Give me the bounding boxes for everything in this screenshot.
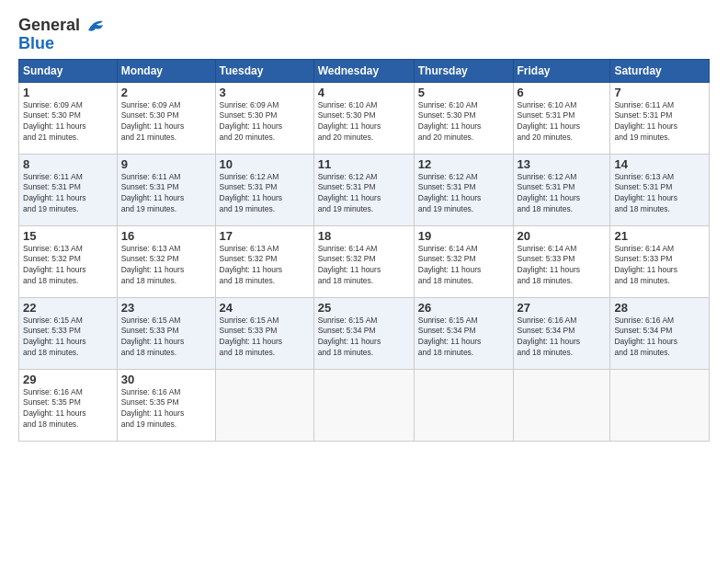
calendar-cell: 25Sunrise: 6:15 AM Sunset: 5:34 PM Dayli… [313, 297, 414, 369]
day-number: 14 [614, 157, 705, 171]
calendar-cell: 10Sunrise: 6:12 AM Sunset: 5:31 PM Dayli… [215, 154, 313, 225]
day-number: 20 [518, 229, 607, 243]
calendar-cell: 11Sunrise: 6:12 AM Sunset: 5:31 PM Dayli… [313, 154, 414, 225]
day-info: Sunrise: 6:09 AM Sunset: 5:30 PM Dayligh… [220, 100, 310, 144]
page-header: General Blue [18, 17, 710, 53]
day-info: Sunrise: 6:14 AM Sunset: 5:32 PM Dayligh… [418, 244, 509, 288]
day-info: Sunrise: 6:13 AM Sunset: 5:32 PM Dayligh… [121, 244, 211, 288]
day-number: 15 [23, 229, 113, 243]
day-info: Sunrise: 6:15 AM Sunset: 5:34 PM Dayligh… [318, 316, 410, 360]
calendar-cell: 13Sunrise: 6:12 AM Sunset: 5:31 PM Dayli… [513, 154, 610, 225]
calendar-week-row: 29Sunrise: 6:16 AM Sunset: 5:35 PM Dayli… [19, 369, 710, 441]
calendar-table: SundayMondayTuesdayWednesdayThursdayFrid… [18, 59, 710, 442]
day-info: Sunrise: 6:16 AM Sunset: 5:35 PM Dayligh… [23, 387, 113, 431]
day-info: Sunrise: 6:14 AM Sunset: 5:33 PM Dayligh… [518, 244, 607, 288]
calendar-cell: 2Sunrise: 6:09 AM Sunset: 5:30 PM Daylig… [117, 82, 215, 154]
day-number: 5 [418, 86, 509, 99]
day-info: Sunrise: 6:12 AM Sunset: 5:31 PM Dayligh… [220, 172, 310, 216]
logo-blue: Blue [18, 35, 107, 53]
calendar-cell: 19Sunrise: 6:14 AM Sunset: 5:32 PM Dayli… [414, 225, 513, 297]
day-info: Sunrise: 6:15 AM Sunset: 5:33 PM Dayligh… [23, 316, 113, 360]
day-number: 9 [121, 157, 211, 171]
calendar-week-row: 1Sunrise: 6:09 AM Sunset: 5:30 PM Daylig… [19, 82, 710, 154]
calendar-cell: 20Sunrise: 6:14 AM Sunset: 5:33 PM Dayli… [513, 225, 610, 297]
calendar-weekday-monday: Monday [117, 59, 215, 82]
calendar-cell: 12Sunrise: 6:12 AM Sunset: 5:31 PM Dayli… [414, 154, 513, 225]
calendar-cell: 30Sunrise: 6:16 AM Sunset: 5:35 PM Dayli… [117, 369, 215, 441]
calendar-weekday-wednesday: Wednesday [313, 59, 414, 82]
calendar-cell: 27Sunrise: 6:16 AM Sunset: 5:34 PM Dayli… [513, 297, 610, 369]
calendar-cell: 17Sunrise: 6:13 AM Sunset: 5:32 PM Dayli… [215, 225, 313, 297]
day-number: 28 [614, 301, 705, 315]
day-number: 29 [23, 373, 113, 386]
day-info: Sunrise: 6:13 AM Sunset: 5:32 PM Dayligh… [220, 244, 310, 288]
calendar-week-row: 22Sunrise: 6:15 AM Sunset: 5:33 PM Dayli… [19, 297, 710, 369]
day-number: 17 [220, 229, 310, 243]
calendar-cell: 14Sunrise: 6:13 AM Sunset: 5:31 PM Dayli… [610, 154, 710, 225]
day-info: Sunrise: 6:14 AM Sunset: 5:32 PM Dayligh… [318, 244, 410, 288]
calendar-cell: 1Sunrise: 6:09 AM Sunset: 5:30 PM Daylig… [19, 82, 118, 154]
day-number: 19 [418, 229, 509, 243]
calendar-cell [610, 369, 710, 441]
day-number: 30 [121, 373, 211, 386]
calendar-cell: 26Sunrise: 6:15 AM Sunset: 5:34 PM Dayli… [414, 297, 513, 369]
day-number: 18 [318, 229, 410, 243]
calendar-body: 1Sunrise: 6:09 AM Sunset: 5:30 PM Daylig… [19, 82, 710, 441]
day-info: Sunrise: 6:15 AM Sunset: 5:34 PM Dayligh… [418, 316, 509, 360]
day-info: Sunrise: 6:16 AM Sunset: 5:34 PM Dayligh… [614, 316, 705, 360]
calendar-cell: 8Sunrise: 6:11 AM Sunset: 5:31 PM Daylig… [19, 154, 118, 225]
day-info: Sunrise: 6:16 AM Sunset: 5:35 PM Dayligh… [121, 387, 211, 431]
calendar-cell: 4Sunrise: 6:10 AM Sunset: 5:30 PM Daylig… [313, 82, 414, 154]
calendar-weekday-sunday: Sunday [19, 59, 118, 82]
calendar-header-row: SundayMondayTuesdayWednesdayThursdayFrid… [19, 59, 710, 82]
calendar-cell [313, 369, 414, 441]
calendar-cell: 18Sunrise: 6:14 AM Sunset: 5:32 PM Dayli… [313, 225, 414, 297]
calendar-weekday-friday: Friday [513, 59, 610, 82]
day-info: Sunrise: 6:15 AM Sunset: 5:33 PM Dayligh… [220, 316, 310, 360]
day-info: Sunrise: 6:13 AM Sunset: 5:32 PM Dayligh… [23, 244, 113, 288]
calendar-week-row: 15Sunrise: 6:13 AM Sunset: 5:32 PM Dayli… [19, 225, 710, 297]
day-info: Sunrise: 6:11 AM Sunset: 5:31 PM Dayligh… [23, 172, 113, 216]
calendar-cell: 16Sunrise: 6:13 AM Sunset: 5:32 PM Dayli… [117, 225, 215, 297]
day-number: 10 [220, 157, 310, 171]
logo-general: General [18, 17, 107, 35]
calendar-weekday-tuesday: Tuesday [215, 59, 313, 82]
day-number: 7 [614, 86, 705, 99]
day-info: Sunrise: 6:12 AM Sunset: 5:31 PM Dayligh… [518, 172, 607, 216]
day-info: Sunrise: 6:11 AM Sunset: 5:31 PM Dayligh… [614, 100, 705, 144]
day-number: 6 [518, 86, 607, 99]
calendar-cell: 29Sunrise: 6:16 AM Sunset: 5:35 PM Dayli… [19, 369, 118, 441]
day-number: 22 [23, 301, 113, 315]
calendar-cell [513, 369, 610, 441]
day-info: Sunrise: 6:14 AM Sunset: 5:33 PM Dayligh… [614, 244, 705, 288]
calendar-cell: 24Sunrise: 6:15 AM Sunset: 5:33 PM Dayli… [215, 297, 313, 369]
day-info: Sunrise: 6:10 AM Sunset: 5:30 PM Dayligh… [418, 100, 509, 144]
day-number: 12 [418, 157, 509, 171]
logo: General Blue [18, 17, 107, 53]
day-number: 27 [518, 301, 607, 315]
day-info: Sunrise: 6:10 AM Sunset: 5:30 PM Dayligh… [318, 100, 410, 144]
calendar-cell [215, 369, 313, 441]
calendar-cell: 22Sunrise: 6:15 AM Sunset: 5:33 PM Dayli… [19, 297, 118, 369]
day-number: 3 [220, 86, 310, 99]
day-info: Sunrise: 6:09 AM Sunset: 5:30 PM Dayligh… [23, 100, 113, 144]
calendar-weekday-thursday: Thursday [414, 59, 513, 82]
day-number: 21 [614, 229, 705, 243]
calendar-cell: 9Sunrise: 6:11 AM Sunset: 5:31 PM Daylig… [117, 154, 215, 225]
calendar-cell: 15Sunrise: 6:13 AM Sunset: 5:32 PM Dayli… [19, 225, 118, 297]
day-number: 4 [318, 86, 410, 99]
day-number: 23 [121, 301, 211, 315]
calendar-week-row: 8Sunrise: 6:11 AM Sunset: 5:31 PM Daylig… [19, 154, 710, 225]
day-info: Sunrise: 6:12 AM Sunset: 5:31 PM Dayligh… [318, 172, 410, 216]
calendar-cell: 23Sunrise: 6:15 AM Sunset: 5:33 PM Dayli… [117, 297, 215, 369]
calendar-cell: 6Sunrise: 6:10 AM Sunset: 5:31 PM Daylig… [513, 82, 610, 154]
day-number: 16 [121, 229, 211, 243]
logo-bird-icon [86, 17, 107, 34]
calendar-cell: 7Sunrise: 6:11 AM Sunset: 5:31 PM Daylig… [610, 82, 710, 154]
day-number: 11 [318, 157, 410, 171]
day-info: Sunrise: 6:15 AM Sunset: 5:33 PM Dayligh… [121, 316, 211, 360]
day-info: Sunrise: 6:16 AM Sunset: 5:34 PM Dayligh… [518, 316, 607, 360]
day-info: Sunrise: 6:09 AM Sunset: 5:30 PM Dayligh… [121, 100, 211, 144]
day-number: 13 [518, 157, 607, 171]
day-info: Sunrise: 6:12 AM Sunset: 5:31 PM Dayligh… [418, 172, 509, 216]
